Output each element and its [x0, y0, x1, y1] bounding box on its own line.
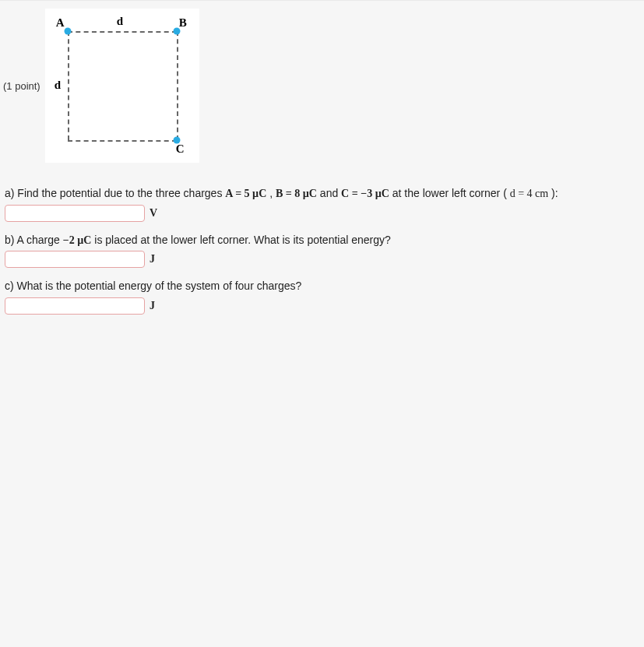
answer-a-input[interactable] [5, 205, 145, 222]
unit-a: V [150, 207, 157, 220]
unit-c: J [150, 300, 155, 312]
label-b: B [179, 16, 187, 30]
qa-mid: at the lower left corner ( [392, 187, 507, 199]
label-d-top: d [117, 15, 123, 28]
qa-prefix: a) Find the potential due to the three c… [5, 187, 225, 199]
label-a: A [56, 16, 65, 30]
label-d-left: d [55, 79, 61, 92]
unit-b: J [150, 253, 155, 265]
square-figure: A B C d d [48, 12, 196, 160]
qa-b-eq: B = 8 µC [276, 188, 317, 199]
question-a-text: a) Find the potential due to the three c… [5, 186, 639, 202]
qb-q-eq: −2 µC [63, 234, 92, 246]
qa-sep1: , [269, 187, 276, 199]
points-label: (1 point) [0, 80, 40, 92]
qb-suffix: is placed at the lower left corner. What… [94, 234, 391, 246]
edge-top [68, 31, 177, 33]
qb-prefix: b) A charge [5, 234, 63, 246]
figure-panel: A B C d d [45, 9, 199, 163]
edge-left [68, 31, 69, 140]
question-b-text: b) A charge −2 µC is placed at the lower… [5, 233, 639, 248]
label-c: C [176, 142, 185, 156]
qa-d-eq: d = 4 cm [510, 188, 549, 199]
dot-a [64, 28, 71, 35]
qa-c-eq: C = −3 µC [341, 188, 389, 199]
answer-b-input[interactable] [5, 251, 145, 268]
qa-a-eq: A = 5 µC [225, 188, 266, 199]
answer-c-input[interactable] [5, 297, 145, 315]
question-c-text: c) What is the potential energy of the s… [5, 279, 639, 294]
edge-bottom [68, 140, 177, 142]
edge-right [177, 31, 178, 140]
qa-sep2: and [320, 187, 341, 199]
qa-suffix: ): [551, 187, 558, 199]
